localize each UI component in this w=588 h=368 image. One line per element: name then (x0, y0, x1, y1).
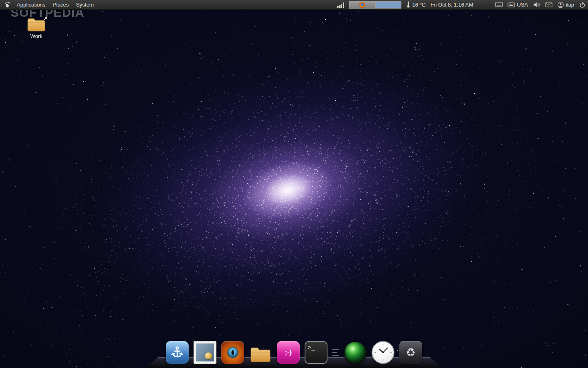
menu-system[interactable]: System (73, 1, 97, 9)
envelope-icon (545, 2, 552, 7)
radar-icon[interactable] (344, 341, 367, 364)
weather-applet[interactable]: 16 °C (406, 1, 426, 8)
dock: ;-) >_ (152, 341, 436, 368)
terminal-icon[interactable]: >_ (305, 341, 327, 364)
chat-smiley-text: ;-) (285, 348, 292, 357)
power-icon (579, 2, 586, 8)
menu-applications[interactable]: Applications (13, 1, 49, 9)
clock-applet[interactable]: Fri Oct 8, 1:16 AM (430, 2, 473, 8)
keyboard-icon (508, 2, 515, 7)
mail-indicator[interactable] (545, 2, 552, 7)
dock-separator (332, 343, 339, 361)
firefox-icon (359, 2, 365, 8)
menu-places[interactable]: Places (49, 1, 72, 9)
desktop-surface: SOFTPEDIA Applications Places System (0, 0, 588, 368)
keyboard-layout-applet[interactable]: USA (508, 2, 528, 8)
workspace-2[interactable] (375, 2, 401, 8)
shortcut-arrow-icon: ↗ (43, 16, 47, 21)
top-panel: Applications Places System 16 °C (0, 0, 588, 10)
eye-photo-icon[interactable] (221, 341, 244, 364)
anchor-icon[interactable] (166, 341, 189, 364)
workspace-1[interactable] (350, 2, 375, 8)
weather-temperature: 16 °C (412, 2, 426, 8)
keyboard-layout-label: USA (517, 2, 528, 8)
clock-icon[interactable] (372, 341, 394, 364)
power-button[interactable] (579, 2, 586, 8)
thermometer-icon (406, 1, 410, 8)
trash-icon[interactable]: ♻ (399, 341, 422, 364)
chat-icon[interactable]: ;-) (277, 341, 300, 364)
terminal-prompt-text: >_ (308, 344, 315, 350)
folder-icon[interactable] (249, 341, 272, 364)
eye-iris (227, 347, 238, 358)
signal-strength-icon[interactable] (337, 2, 344, 8)
workspace-switcher (349, 1, 401, 9)
clock-text: Fri Oct 8, 1:16 AM (430, 2, 473, 8)
session-applet[interactable]: ilap (557, 2, 574, 8)
desktop-icon-label: Work (23, 33, 50, 39)
display-icon[interactable] (495, 2, 503, 8)
pocket-watch-icon (205, 352, 212, 359)
user-icon (557, 2, 564, 8)
desktop-icon-work[interactable]: ↗ Work (23, 17, 50, 39)
mail-stamp-icon[interactable] (194, 341, 216, 364)
recycle-glyph: ♻ (406, 346, 416, 359)
starfield (0, 0, 588, 368)
username-label: ilap (566, 2, 574, 8)
speaker-icon (533, 2, 540, 8)
volume-applet[interactable] (533, 2, 540, 8)
gnome-foot-icon[interactable] (2, 1, 13, 8)
